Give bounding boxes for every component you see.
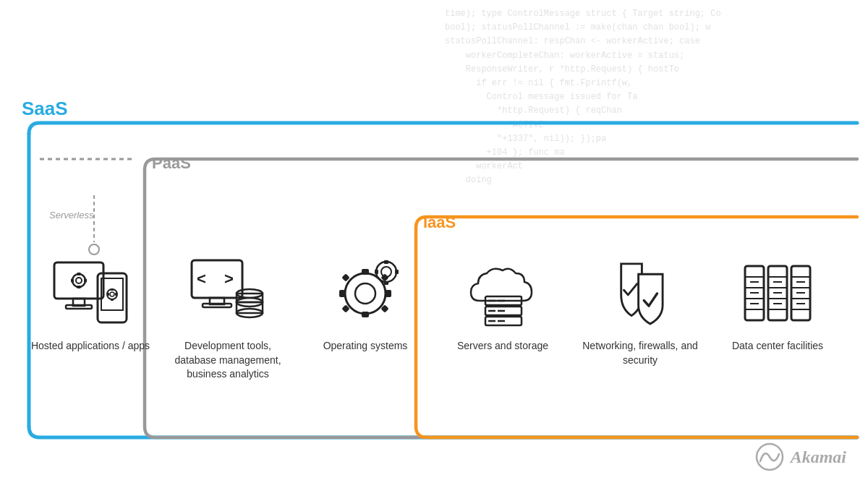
svg-rect-42 bbox=[384, 281, 388, 285]
item-dev-tools: < > Development tools, database manageme… bbox=[166, 257, 289, 382]
svg-rect-33 bbox=[339, 290, 345, 297]
svg-rect-16 bbox=[111, 299, 114, 301]
svg-rect-18 bbox=[115, 293, 117, 296]
svg-rect-32 bbox=[362, 312, 369, 317]
item-datacenter: Data center facilities bbox=[716, 257, 839, 354]
svg-rect-31 bbox=[362, 269, 369, 275]
svg-text:<: < bbox=[197, 270, 206, 288]
svg-point-6 bbox=[76, 278, 82, 283]
servers-label: Servers and storage bbox=[457, 339, 548, 354]
dev-tools-icon: < > bbox=[188, 257, 268, 329]
code-background: time); type ControlMessage struct { Targ… bbox=[434, 0, 868, 217]
datacenter-label: Data center facilities bbox=[732, 339, 823, 354]
svg-text:>: > bbox=[224, 270, 234, 288]
saas-label: SaaS bbox=[22, 98, 68, 120]
svg-rect-17 bbox=[107, 293, 109, 296]
svg-rect-4 bbox=[66, 305, 92, 309]
svg-rect-10 bbox=[84, 278, 87, 282]
item-networking: Networking, firewalls, and security bbox=[579, 257, 702, 367]
hosted-apps-label: Hosted applications / apps bbox=[31, 339, 150, 354]
svg-rect-15 bbox=[111, 288, 114, 291]
svg-rect-41 bbox=[384, 260, 388, 264]
svg-point-5 bbox=[72, 274, 85, 287]
svg-point-14 bbox=[110, 292, 114, 296]
os-icon bbox=[326, 257, 405, 329]
os-label: Operating systems bbox=[323, 339, 408, 354]
svg-rect-21 bbox=[203, 304, 231, 307]
diagram-brackets bbox=[0, 0, 868, 488]
svg-rect-7 bbox=[77, 273, 80, 275]
item-os: Operating systems bbox=[304, 257, 427, 354]
networking-icon bbox=[600, 257, 680, 329]
svg-rect-44 bbox=[395, 270, 399, 274]
svg-rect-43 bbox=[375, 270, 378, 274]
datacenter-icon bbox=[738, 257, 817, 329]
svg-rect-9 bbox=[71, 278, 74, 282]
serverless-label: Serverless bbox=[49, 210, 93, 221]
akamai-text: Akamai bbox=[791, 448, 846, 467]
servers-icon bbox=[463, 257, 542, 329]
svg-rect-8 bbox=[77, 286, 80, 288]
paas-label: PaaS bbox=[152, 154, 191, 173]
hosted-apps-icon bbox=[51, 257, 130, 329]
items-row: Hosted applications / apps < > Developme… bbox=[22, 257, 846, 382]
dev-tools-label: Development tools, database management, … bbox=[166, 339, 289, 382]
svg-rect-2 bbox=[54, 262, 103, 299]
networking-label: Networking, firewalls, and security bbox=[579, 339, 702, 367]
iaas-label: IaaS bbox=[423, 213, 456, 232]
svg-rect-25 bbox=[237, 302, 263, 313]
svg-point-30 bbox=[355, 283, 375, 304]
item-hosted-apps: Hosted applications / apps bbox=[29, 257, 152, 354]
akamai-logo: Akamai bbox=[752, 441, 846, 474]
svg-point-1 bbox=[89, 244, 99, 254]
svg-rect-34 bbox=[386, 290, 391, 297]
item-servers: Servers and storage bbox=[441, 257, 564, 354]
